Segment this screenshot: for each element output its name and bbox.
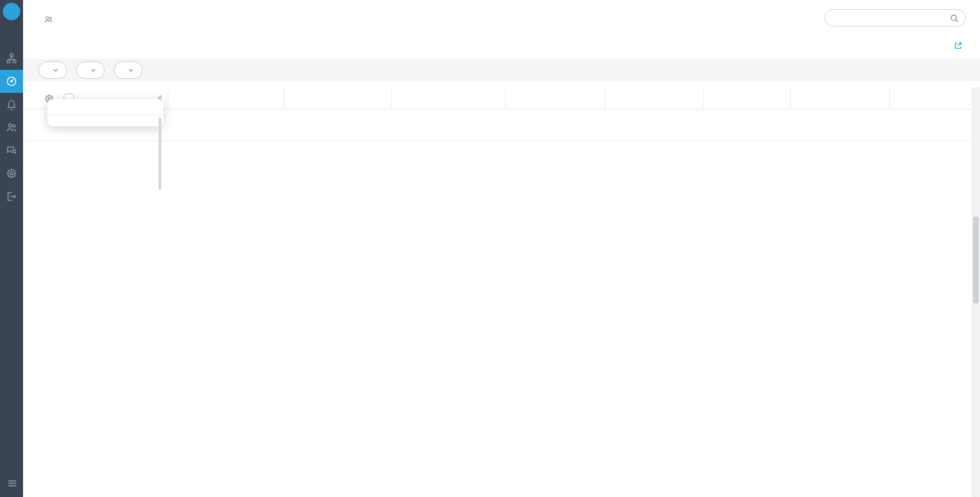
columns-menu-scrollbar[interactable] [159,117,161,190]
sidebar-item-notifications[interactable] [0,93,23,116]
search-input[interactable] [833,13,949,23]
table-row[interactable] [23,110,972,141]
reset-columns-button[interactable] [47,114,163,126]
table-header-row [23,87,972,110]
sidebar-item-settings[interactable] [0,162,23,185]
keenetic-logo-icon [3,3,20,20]
column-header-signal-protocols[interactable] [391,87,505,110]
app-logo[interactable] [0,0,23,23]
collapse-menu-button[interactable] [0,471,23,494]
table-scrollbar[interactable] [972,87,980,497]
menu-icon [6,477,17,488]
users-icon [6,121,17,133]
clients-table [23,87,972,497]
chevron-down-icon [89,66,97,74]
scrollbar-thumb[interactable] [973,216,979,304]
sidebar-item-dashboard[interactable] [0,70,23,93]
sidebar-item-support[interactable] [0,139,23,162]
sidebar-item-users[interactable] [0,116,23,139]
column-header-segment[interactable] [284,87,391,110]
column-header-limits[interactable] [889,87,972,110]
column-header-site[interactable] [168,87,284,110]
left-sidebar [0,0,23,497]
column-header-session[interactable] [605,87,703,110]
sidebar-item-sites[interactable] [0,47,23,70]
gauge-icon [6,75,17,87]
chevron-down-icon [127,66,135,74]
gear-icon [6,168,17,179]
app-root [0,0,980,497]
filter-bar [23,59,980,81]
external-link-icon [953,41,963,50]
filter-segment-button[interactable] [114,61,142,79]
logout-icon [6,191,17,202]
chevron-down-icon [52,66,59,74]
tab-bar [38,40,85,47]
topology-icon [6,52,17,64]
column-header-received[interactable] [703,87,790,110]
bell-icon [6,98,17,110]
group-icon [43,14,54,24]
filter-node-button[interactable] [76,61,105,79]
column-header-connection[interactable] [505,87,605,110]
column-header-transmitted[interactable] [790,87,889,110]
filter-status-button[interactable] [38,61,67,79]
web-interface-link[interactable] [953,41,966,50]
chat-icon [6,144,17,156]
search-box [824,9,966,27]
columns-menu [47,99,163,126]
sidebar-item-logout[interactable] [0,185,23,208]
search-icon [949,13,959,23]
